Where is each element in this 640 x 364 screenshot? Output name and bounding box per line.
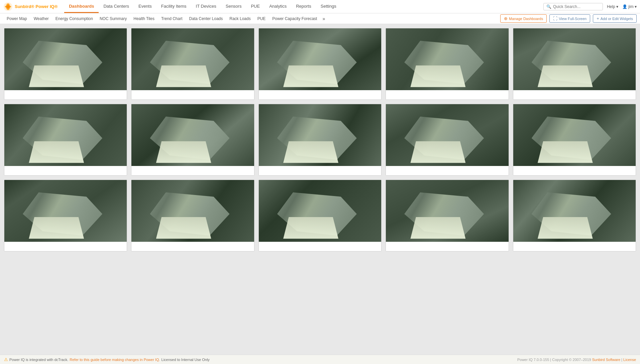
add-widgets-icon: +	[597, 16, 599, 21]
add-edit-widgets-button[interactable]: + Add or Edit Widgets	[593, 14, 637, 23]
logo-product: Power IQ®	[34, 4, 58, 9]
nav-reports[interactable]: Reports	[291, 0, 316, 13]
footer-guide-link[interactable]: Refer to this guide before making change…	[70, 358, 160, 362]
widget-tile[interactable]	[4, 180, 127, 251]
widget-camera-image	[513, 104, 636, 166]
widget-grid	[4, 28, 636, 251]
widget-tile[interactable]	[386, 104, 509, 176]
help-menu[interactable]: Help ▾	[607, 4, 618, 9]
sub-nav-trendchart[interactable]: Trend Chart	[158, 13, 186, 24]
sub-nav-energyconsumption[interactable]: Energy Consumption	[52, 13, 96, 24]
add-widgets-label: Add or Edit Widgets	[601, 17, 633, 21]
main-content	[0, 24, 640, 355]
widget-camera-image	[4, 28, 127, 90]
warning-icon: ⚠	[4, 357, 8, 362]
footer: ⚠ Power IQ is integrated with dcTrack. R…	[0, 355, 640, 364]
widget-camera-image	[386, 104, 508, 166]
widget-caption	[386, 90, 508, 100]
widget-tile[interactable]	[131, 28, 254, 100]
nav-datacenters[interactable]: Data Centers	[99, 0, 134, 13]
widget-camera-image	[513, 28, 636, 90]
nav-analytics[interactable]: Analytics	[264, 0, 291, 13]
widget-camera-image	[386, 28, 508, 90]
user-icon: 👤	[622, 4, 628, 9]
sub-nav-nocsummary[interactable]: NOC Summary	[96, 13, 130, 24]
widget-caption	[131, 90, 254, 100]
widget-caption	[4, 90, 127, 100]
widget-camera-image	[259, 28, 381, 90]
widget-tile[interactable]	[4, 28, 127, 100]
nav-settings[interactable]: Settings	[316, 0, 341, 13]
widget-caption	[386, 166, 508, 175]
manage-dashboards-button[interactable]: ⊕ Manage Dashboards	[500, 14, 547, 23]
widget-camera-image	[131, 28, 254, 90]
sub-navigation: Power Map Weather Energy Consumption NOC…	[0, 13, 640, 24]
widget-caption	[259, 242, 381, 251]
view-fullscreen-button[interactable]: ⛶ View Full-Screen	[549, 14, 590, 23]
widget-caption	[513, 90, 636, 100]
user-chevron-icon: ▾	[635, 4, 637, 9]
logo-sunbird: Sunbird®	[15, 4, 34, 9]
widget-tile[interactable]	[258, 28, 382, 100]
footer-licensed-text: Licensed to Internal Use Only	[162, 358, 210, 362]
widget-tile[interactable]	[513, 180, 636, 251]
widget-caption	[513, 166, 636, 175]
logo-area[interactable]: Sunbird® Power IQ®	[3, 2, 58, 11]
widget-camera-image	[513, 180, 636, 242]
nav-itdevices[interactable]: IT Devices	[191, 0, 221, 13]
sub-nav-more-icon[interactable]: »	[320, 16, 327, 21]
widget-tile[interactable]	[386, 28, 509, 100]
main-navigation: Dashboards Data Centers Events Facility …	[64, 0, 543, 13]
widget-caption	[131, 242, 254, 251]
widget-tile[interactable]	[4, 104, 127, 176]
widget-camera-image	[4, 180, 127, 242]
nav-facilityitems[interactable]: Facility Items	[156, 0, 191, 13]
user-menu[interactable]: 👤 jim ▾	[622, 4, 637, 9]
search-icon: 🔍	[546, 4, 551, 9]
nav-right-area: 🔍 Help ▾ 👤 jim ▾	[543, 3, 637, 10]
sub-nav-pue[interactable]: PUE	[254, 13, 269, 24]
widget-caption	[4, 166, 127, 175]
widget-caption	[259, 166, 381, 175]
widget-tile[interactable]	[131, 180, 254, 251]
widget-tile[interactable]	[513, 104, 636, 176]
widget-tile[interactable]	[131, 104, 254, 176]
widget-camera-image	[131, 180, 254, 242]
footer-company-link[interactable]: Sunbird Software	[592, 358, 620, 362]
sub-nav-healthtiles[interactable]: Health Tiles	[130, 13, 158, 24]
top-navigation: Sunbird® Power IQ® Dashboards Data Cente…	[0, 0, 640, 13]
footer-right: Power IQ 7.0.0-155 | Copyright © 2007–20…	[517, 358, 636, 362]
widget-caption	[386, 242, 508, 251]
view-fullscreen-icon: ⛶	[553, 16, 557, 21]
search-box[interactable]: 🔍	[543, 3, 603, 10]
widget-caption	[131, 166, 254, 175]
widget-camera-image	[386, 180, 508, 242]
nav-events[interactable]: Events	[134, 0, 156, 13]
widget-tile[interactable]	[258, 104, 382, 176]
nav-pue[interactable]: PUE	[246, 0, 264, 13]
sub-nav-datacenterloads[interactable]: Data Center Loads	[186, 13, 226, 24]
user-label: jim	[628, 4, 633, 9]
help-chevron-icon: ▾	[616, 4, 618, 9]
sub-nav-weather[interactable]: Weather	[30, 13, 52, 24]
footer-warning-text: Power IQ is integrated with dcTrack.	[9, 358, 68, 362]
widget-camera-image	[259, 180, 381, 242]
footer-license-link[interactable]: License	[623, 358, 636, 362]
view-fullscreen-label: View Full-Screen	[559, 17, 586, 21]
manage-dashboards-label: Manage Dashboards	[509, 17, 543, 21]
widget-tile[interactable]	[513, 28, 636, 100]
sunbird-logo-icon	[3, 2, 13, 11]
nav-sensors[interactable]: Sensors	[221, 0, 246, 13]
nav-dashboards[interactable]: Dashboards	[64, 0, 99, 13]
sub-nav-powercapacityforecast[interactable]: Power Capacity Forecast	[269, 13, 320, 24]
widget-camera-image	[4, 104, 127, 166]
search-input[interactable]	[553, 4, 600, 9]
sub-nav-rackloads[interactable]: Rack Loads	[226, 13, 254, 24]
widget-tile[interactable]	[386, 180, 509, 251]
widget-caption	[513, 242, 636, 251]
widget-camera-image	[131, 104, 254, 166]
widget-caption	[259, 90, 381, 100]
widget-tile[interactable]	[258, 180, 382, 251]
help-label: Help	[607, 4, 615, 9]
sub-nav-powermap[interactable]: Power Map	[3, 13, 30, 24]
